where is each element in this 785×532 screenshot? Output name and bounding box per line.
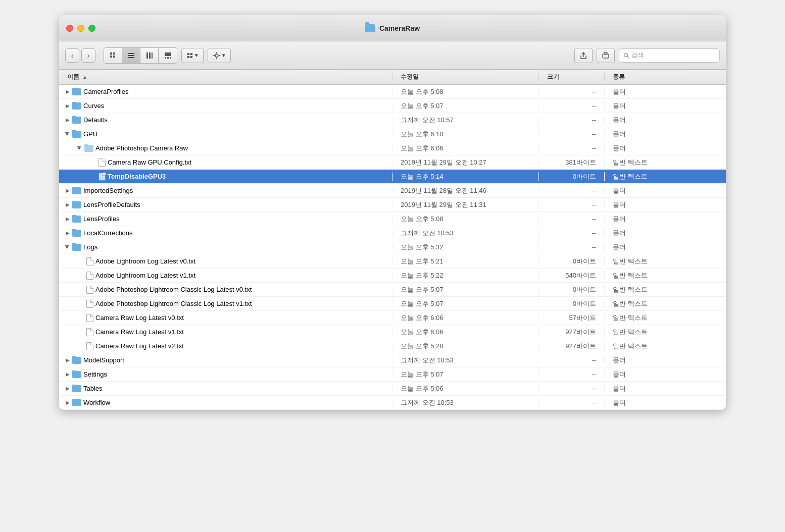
svg-rect-16 [187, 56, 189, 58]
nav-buttons: ‹ › [65, 48, 95, 63]
cell-kind: 일반 텍스트 [605, 342, 726, 351]
list-item[interactable]: Adobe Photoshop Lightroom Classic Log La… [59, 297, 726, 311]
list-item[interactable]: ▶Defaults그저께 오전 10:57--폴더 [59, 113, 726, 127]
list-item[interactable]: ▶Settings오늘 오후 5:07--폴더 [59, 367, 726, 382]
search-box[interactable]: 검색 [619, 48, 720, 63]
cell-name: Adobe Photoshop Lightroom Classic Log La… [59, 300, 392, 308]
cell-date: 오늘 오후 5:07 [392, 285, 539, 294]
file-icon [86, 314, 93, 322]
cell-kind: 폴더 [605, 229, 726, 238]
svg-rect-20 [216, 58, 217, 59]
share-button[interactable] [574, 48, 593, 63]
list-item[interactable]: Adobe Lightroom Log Latest v1.txt오늘 오후 5… [59, 269, 726, 283]
cell-date: 오늘 오후 6:06 [392, 313, 539, 323]
cell-name: TempDisableGPU3 [59, 173, 392, 181]
forward-button[interactable]: › [81, 48, 95, 63]
disclosure-triangle[interactable]: ▶ [65, 89, 70, 94]
list-item[interactable]: ▶Tables오늘 오후 5:06--폴더 [59, 382, 726, 396]
cell-size: -- [539, 229, 605, 237]
svg-rect-11 [165, 57, 166, 59]
close-button[interactable] [66, 25, 73, 32]
list-item[interactable]: Camera Raw GPU Config.txt2019년 11월 29일 오… [59, 155, 726, 170]
item-name: Adobe Photoshop Lightroom Classic Log La… [95, 300, 252, 307]
disclosure-triangle[interactable]: ▶ [65, 132, 70, 137]
cell-name: Camera Raw Log Latest v0.txt [59, 314, 392, 322]
minimize-button[interactable] [77, 25, 84, 32]
toolbar: ‹ › [59, 41, 726, 70]
file-icon [86, 286, 93, 294]
svg-rect-7 [146, 52, 148, 59]
list-item[interactable]: ▶LocalCorrections그저께 오전 10:53--폴더 [59, 226, 726, 240]
column-header-date[interactable]: 수정일 [392, 73, 539, 81]
list-item[interactable]: ▶Curves오늘 오후 5:07--폴더 [59, 99, 726, 113]
list-item[interactable]: ▶Adobe Photoshop Camera Raw오늘 오후 6:06--폴… [59, 141, 726, 155]
disclosure-triangle[interactable]: ▶ [65, 231, 70, 236]
cell-name: Camera Raw GPU Config.txt [59, 158, 392, 167]
disclosure-triangle[interactable]: ▶ [65, 188, 70, 193]
tag-button[interactable] [597, 48, 615, 63]
list-item[interactable]: TempDisableGPU3오늘 오후 5:140바이트일반 텍스트 [59, 170, 726, 184]
cell-name: ▶GPU [59, 130, 392, 138]
item-name: Settings [83, 370, 107, 378]
cell-name: Adobe Lightroom Log Latest v1.txt [59, 272, 392, 280]
tag-icon [602, 51, 610, 60]
cell-name: ▶Adobe Photoshop Camera Raw [59, 144, 392, 152]
svg-rect-8 [149, 52, 151, 59]
list-item[interactable]: ▶ModelSupport그저께 오전 10:53--폴더 [59, 353, 726, 367]
list-item[interactable]: Adobe Photoshop Lightroom Classic Log La… [59, 283, 726, 297]
list-item[interactable]: ▶Logs오늘 오후 5:32--폴더 [59, 240, 726, 254]
list-item[interactable]: ▶CameraProfiles오늘 오후 5:08--폴더 [59, 85, 726, 99]
cell-date: 오늘 오후 6:06 [392, 144, 539, 153]
svg-rect-19 [216, 52, 217, 54]
disclosure-triangle[interactable]: ▶ [65, 202, 70, 207]
list-item[interactable]: ▶GPU오늘 오후 6:10--폴더 [59, 127, 726, 141]
cell-size: -- [539, 116, 605, 124]
arrange-button[interactable]: ▾ [181, 48, 204, 63]
file-icon [86, 300, 93, 308]
maximize-button[interactable] [88, 25, 95, 32]
finder-window: CameraRaw ‹ › [59, 15, 726, 410]
list-item[interactable]: Camera Raw Log Latest v1.txt오늘 오후 6:0692… [59, 325, 726, 339]
disclosure-triangle[interactable]: ▶ [65, 386, 70, 391]
cell-date: 오늘 오후 5:07 [392, 370, 539, 379]
disclosure-triangle[interactable]: ▶ [65, 217, 70, 222]
svg-rect-14 [187, 53, 189, 55]
column-header-kind[interactable]: 종류 [605, 73, 726, 81]
cell-date: 그저께 오전 10:53 [392, 229, 539, 238]
gallery-view-button[interactable] [159, 48, 177, 63]
file-icon [86, 257, 93, 265]
folder-icon [72, 357, 81, 364]
list-item[interactable]: ▶ImportedSettings2019년 11월 28일 오전 11:46-… [59, 184, 726, 198]
column-header-size[interactable]: 크기 [539, 73, 605, 81]
list-item[interactable]: Adobe Lightroom Log Latest v0.txt오늘 오후 5… [59, 254, 726, 269]
action-button[interactable]: ▾ [208, 48, 231, 63]
list-view-button[interactable] [122, 48, 140, 63]
column-header-name[interactable]: 이름 ▲ [59, 73, 392, 81]
list-item[interactable]: ▶LensProfileDefaults2019년 11월 29일 오전 11:… [59, 198, 726, 212]
cell-kind: 폴더 [605, 101, 726, 111]
disclosure-triangle[interactable]: ▶ [65, 358, 70, 363]
cell-date: 오늘 오후 5:08 [392, 215, 539, 224]
cell-date: 오늘 오후 5:22 [392, 271, 539, 280]
disclosure-triangle[interactable]: ▶ [65, 103, 70, 109]
column-view-button[interactable] [140, 48, 159, 63]
cell-size: -- [539, 144, 605, 152]
cell-date: 그저께 오전 10:53 [392, 398, 539, 407]
disclosure-triangle[interactable]: ▶ [65, 245, 70, 250]
back-button[interactable]: ‹ [65, 48, 79, 63]
item-name: Adobe Lightroom Log Latest v0.txt [95, 257, 195, 265]
disclosure-triangle[interactable]: ▶ [65, 372, 70, 377]
cell-size: 381바이트 [539, 158, 605, 167]
cell-size: -- [539, 215, 605, 223]
disclosure-triangle[interactable]: ▶ [65, 118, 70, 123]
list-item[interactable]: Camera Raw Log Latest v2.txt오늘 오후 5:2892… [59, 339, 726, 353]
icon-view-button[interactable] [104, 48, 122, 63]
svg-point-18 [215, 54, 218, 57]
list-item[interactable]: ▶Workflow그저께 오전 10:53--폴더 [59, 396, 726, 410]
list-icon [128, 52, 135, 59]
disclosure-triangle[interactable]: ▶ [77, 146, 82, 151]
list-item[interactable]: ▶LensProfiles오늘 오후 5:08--폴더 [59, 212, 726, 226]
disclosure-triangle[interactable]: ▶ [65, 400, 70, 405]
list-item[interactable]: Camera Raw Log Latest v0.txt오늘 오후 6:0657… [59, 311, 726, 325]
folder-icon [72, 371, 81, 378]
